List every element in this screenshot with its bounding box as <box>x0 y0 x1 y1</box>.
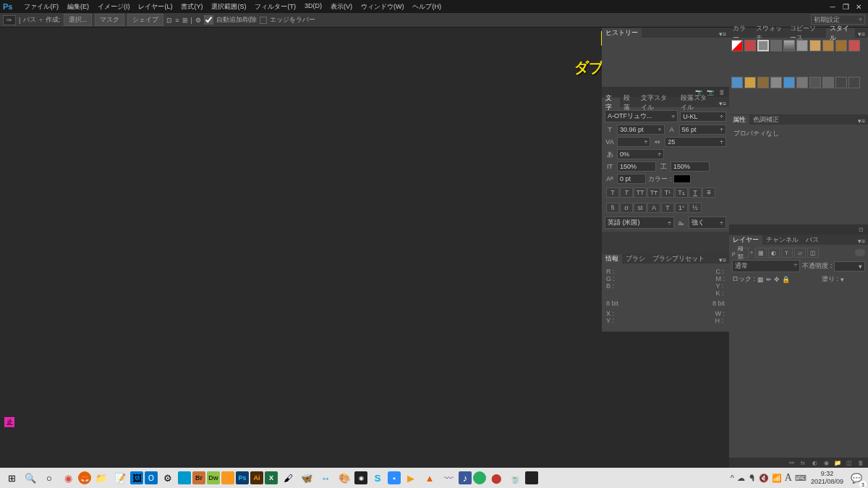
menu-image[interactable]: イメージ(I) <box>93 1 135 13</box>
fill-field[interactable]: ▾ <box>841 276 865 283</box>
style-swatch[interactable] <box>744 77 756 88</box>
tab-info[interactable]: 情報 <box>602 254 622 264</box>
filter-shape-icon[interactable]: ▱ <box>794 248 806 258</box>
style-swatch[interactable] <box>796 40 808 51</box>
clock[interactable]: 9:32 2021/08/09 <box>808 470 846 486</box>
record-icon[interactable]: ⬤ <box>488 469 505 487</box>
menu-3d[interactable]: 3D(D) <box>300 1 326 13</box>
tab-brush[interactable]: ブラシ <box>622 254 649 264</box>
auto-add-delete-checkbox[interactable] <box>204 15 213 25</box>
panel-menu-icon[interactable]: ▾≡ <box>855 237 868 245</box>
tab-channels[interactable]: チャンネル <box>762 235 802 245</box>
bold-button[interactable]: T <box>606 188 619 198</box>
font-family-select[interactable]: A-OTFリュウ...÷ <box>605 110 678 122</box>
tab-color[interactable]: カラー <box>729 28 752 38</box>
tab-clone-source[interactable]: コピーソース <box>786 28 826 38</box>
style-swatch[interactable] <box>770 77 782 88</box>
filter-type-icon[interactable]: T <box>781 248 793 258</box>
ot-fi[interactable]: fi <box>606 203 619 213</box>
font-style-select[interactable]: U-KL÷ <box>680 112 726 122</box>
style-swatch[interactable] <box>731 77 743 88</box>
bluetooth-icon[interactable]: 🖣 <box>748 474 756 482</box>
purple-app-icon[interactable]: 〰 <box>440 469 457 487</box>
cortana-icon[interactable]: ○ <box>41 469 58 487</box>
lock-transparency-icon[interactable]: ▦ <box>757 276 764 283</box>
language-select[interactable]: 英語 (米国)÷ <box>605 216 674 229</box>
style-swatch[interactable] <box>809 40 821 51</box>
superscript-button[interactable]: T¹ <box>661 188 674 198</box>
selection-button[interactable]: 選択... <box>64 14 93 26</box>
kerning-field[interactable]: ÷ <box>617 137 650 147</box>
explorer-icon[interactable]: 📁 <box>93 469 110 487</box>
search-icon[interactable]: 🔍 <box>22 469 39 487</box>
style-swatch[interactable] <box>809 77 821 88</box>
italic-button[interactable]: T <box>620 188 633 198</box>
obs-icon[interactable]: ◉ <box>354 471 367 484</box>
ot-script[interactable]: σ <box>620 203 633 213</box>
teamviewer-icon[interactable]: ↔ <box>317 469 334 487</box>
wifi-icon[interactable]: 📶 <box>772 474 782 483</box>
style-swatch[interactable] <box>822 77 834 88</box>
filter-kind[interactable]: 種類 <box>737 248 749 258</box>
ot-titling[interactable]: T <box>661 203 674 213</box>
music-app-icon[interactable]: ♪ <box>459 471 472 484</box>
skype-icon[interactable]: S <box>369 469 386 487</box>
firefox-icon[interactable]: 🦊 <box>78 471 91 484</box>
system-tray[interactable]: ^ ☁ 🖣 🔇 📶 A ⌨ <box>731 472 807 484</box>
align-icon[interactable]: ≡ <box>175 17 179 24</box>
tab-brush-presets[interactable]: ブラシプリセット <box>649 254 708 264</box>
delete-layer-icon[interactable]: 🗑 <box>856 458 866 467</box>
paint-icon[interactable]: 🖌 <box>279 469 297 487</box>
ot-fraction[interactable]: ½ <box>689 203 702 213</box>
leading-field[interactable]: 56 pt÷ <box>679 125 727 135</box>
allcaps-button[interactable]: TT <box>634 188 647 198</box>
layer-mask-icon[interactable]: ◐ <box>809 458 820 467</box>
photos-icon[interactable]: 🖼 <box>130 471 143 484</box>
ot-alt[interactable]: A <box>647 203 660 213</box>
notifications-icon[interactable]: 💬3 <box>848 469 865 487</box>
arrange-icon[interactable]: ⊞ <box>182 17 188 24</box>
link-layers-icon[interactable]: ⚯ <box>786 458 796 467</box>
shape-button[interactable]: シェイプ <box>127 14 163 26</box>
filter-smart-icon[interactable]: ◫ <box>807 248 819 258</box>
menu-type[interactable]: 書式(Y) <box>176 1 207 13</box>
history-delete-icon[interactable]: 🗑 <box>717 88 727 96</box>
zoom-icon[interactable]: ▪ <box>388 471 401 484</box>
gimp-icon[interactable]: 🎨 <box>336 469 353 487</box>
style-swatch[interactable] <box>783 40 795 51</box>
tab-layers[interactable]: レイヤー <box>729 235 762 245</box>
close-button[interactable]: ✕ <box>852 1 865 12</box>
cloud-icon[interactable]: ☁ <box>737 474 745 483</box>
style-swatch[interactable] <box>848 77 860 88</box>
antialias-select[interactable]: 強く÷ <box>689 216 726 229</box>
panel-menu-icon[interactable]: ▾≡ <box>716 100 729 107</box>
style-swatch[interactable] <box>757 40 769 51</box>
style-swatch[interactable] <box>731 40 743 51</box>
menu-filter[interactable]: フィルター(T) <box>250 1 300 13</box>
illustrator-icon[interactable]: Ai <box>250 471 263 484</box>
start-button[interactable]: ⊞ <box>3 469 20 487</box>
rubber-edge-checkbox[interactable] <box>260 17 267 24</box>
font-size-field[interactable]: 30.96 pt÷ <box>617 125 665 135</box>
hscale-field[interactable]: 150% <box>671 161 710 172</box>
underline-button[interactable]: T <box>689 188 702 198</box>
adjustment-layer-icon[interactable]: ◉ <box>821 458 831 467</box>
style-swatch[interactable] <box>744 40 756 51</box>
terminal-icon[interactable] <box>525 471 538 484</box>
properties-footer-icon[interactable]: ⊡ <box>856 225 866 234</box>
tab-properties[interactable]: 属性 <box>729 115 749 125</box>
tab-para-styles[interactable]: 段落スタイル <box>677 98 716 107</box>
panel-menu-icon[interactable]: ▾≡ <box>716 256 729 264</box>
tray-overflow-icon[interactable]: ^ <box>731 474 734 482</box>
volume-icon[interactable]: 🔇 <box>759 474 769 483</box>
menu-layer[interactable]: レイヤー(L) <box>134 1 176 13</box>
blend-mode-select[interactable]: 通常÷ <box>732 260 800 272</box>
menu-window[interactable]: ウィンドウ(W) <box>357 1 409 13</box>
baseline-field[interactable]: 0 pt <box>617 174 646 184</box>
tab-character[interactable]: 文字 <box>602 98 620 107</box>
ot-ordinal[interactable]: 1ˢ <box>675 203 688 213</box>
gear-icon[interactable]: ⚙ <box>195 17 201 24</box>
settings-icon[interactable]: ⚙ <box>159 469 176 487</box>
media-player-icon[interactable]: ▶ <box>402 469 420 487</box>
boolean-op-icon[interactable]: ⊡ <box>166 17 172 24</box>
